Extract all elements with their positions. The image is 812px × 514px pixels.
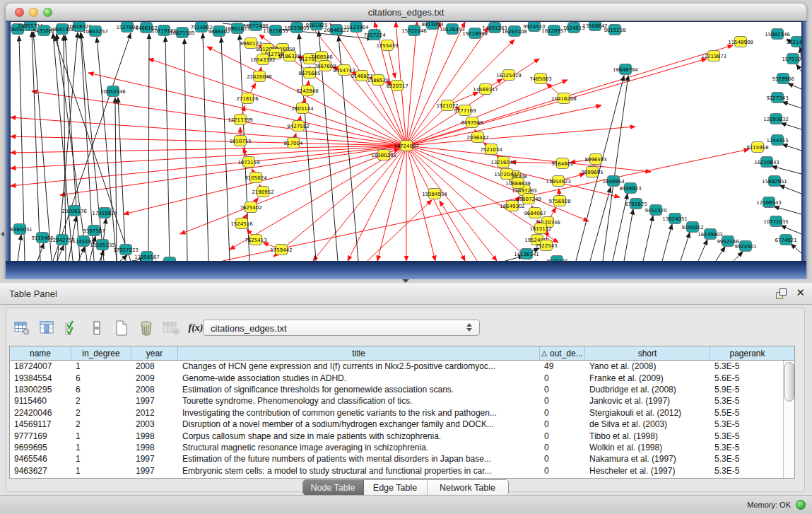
network-node[interactable]: 18549302 xyxy=(500,201,525,211)
network-edge[interactable] xyxy=(118,98,126,261)
network-edge[interactable] xyxy=(120,255,127,261)
table-row[interactable]: 2242004622012Investigating the contribut… xyxy=(10,407,783,419)
network-node[interactable]: 6497568 xyxy=(461,117,483,128)
network-node[interactable]: 1244415 xyxy=(766,135,788,146)
network-node[interactable]: 22420046 xyxy=(247,71,272,82)
network-edge[interactable] xyxy=(223,149,749,261)
network-edge[interactable] xyxy=(796,64,801,71)
network-node[interactable]: 1733426 xyxy=(546,256,568,262)
network-node[interactable]: 1759442 xyxy=(270,245,292,255)
table-row[interactable]: 911546021997Tourette syndrome. Phenomeno… xyxy=(10,395,783,407)
network-node[interactable]: 12093832 xyxy=(763,114,789,124)
table-row[interactable]: 1830029562008Estimation of significance … xyxy=(10,384,783,395)
network-edge[interactable] xyxy=(406,146,465,261)
network-node[interactable]: 1840954 xyxy=(602,176,625,187)
network-edge[interactable] xyxy=(148,34,149,261)
network-node[interactable]: 9621480 xyxy=(786,37,801,47)
network-edge[interactable] xyxy=(681,233,690,261)
network-node[interactable]: 6774921 xyxy=(775,235,796,245)
network-node[interactable]: 8220317 xyxy=(386,81,408,91)
network-node[interactable]: 13958167 xyxy=(134,252,160,262)
network-node[interactable]: 26585051 xyxy=(11,224,33,235)
delete-column-icon[interactable] xyxy=(136,319,157,337)
network-table-select[interactable]: citations_edges.txt xyxy=(203,320,480,336)
network-node[interactable]: 2803144 xyxy=(291,103,314,114)
network-edge[interactable] xyxy=(716,247,725,261)
tab-network-table[interactable]: Network Table xyxy=(428,480,508,495)
network-edge[interactable] xyxy=(406,127,635,146)
network-node[interactable]: 8938923 xyxy=(619,183,641,194)
column-header-pagerank[interactable]: pagerank xyxy=(710,346,784,360)
network-node[interactable]: 9227343 xyxy=(766,93,788,103)
network-edge[interactable] xyxy=(53,33,73,261)
network-node[interactable]: 9451320 xyxy=(645,205,666,216)
network-edge[interactable] xyxy=(406,146,435,261)
table-row[interactable]: 946554611997Estimation of the future num… xyxy=(10,453,783,465)
network-edge[interactable] xyxy=(782,102,801,108)
tab-edge-table[interactable]: Edge Table xyxy=(364,480,428,495)
table-row[interactable]: 1872400712008Changes of HCN gene express… xyxy=(10,361,783,372)
network-node[interactable]: 9756928 xyxy=(548,196,570,206)
network-edge[interactable] xyxy=(273,146,406,257)
network-node[interactable]: 16325419 xyxy=(496,70,522,81)
network-node[interactable]: 9105824 xyxy=(245,173,267,183)
network-edge[interactable] xyxy=(791,244,801,253)
network-edge[interactable] xyxy=(774,206,801,214)
column-header-title[interactable]: title xyxy=(178,346,540,360)
network-node[interactable]: 16782759 xyxy=(157,257,182,262)
network-edge[interactable] xyxy=(624,209,633,261)
column-header-out_degree[interactable]: △out_de... xyxy=(540,346,585,360)
network-node[interactable]: 9245012 xyxy=(681,222,703,233)
network-window-titlebar[interactable]: citations_edges.txt xyxy=(6,4,806,21)
network-edge[interactable] xyxy=(781,123,801,129)
network-edge[interactable] xyxy=(18,235,21,261)
network-node[interactable]: 12106543 xyxy=(756,197,782,208)
column-header-short[interactable]: short xyxy=(585,346,710,360)
network-graph[interactable]: 2065505240557149435082306914062061832810… xyxy=(11,22,801,261)
network-node[interactable]: 15082346 xyxy=(765,29,790,40)
table-row[interactable]: 1456911722003Disruption of a novel membe… xyxy=(10,419,783,430)
network-node[interactable]: 17957223 xyxy=(113,245,139,255)
network-edge[interactable] xyxy=(406,105,601,146)
network-node[interactable]: 7521034 xyxy=(480,144,502,155)
network-node[interactable]: 1575104 xyxy=(782,54,801,64)
table-row[interactable]: 969969511998Structural magnetic resonanc… xyxy=(10,442,783,453)
column-header-in_degree[interactable]: in_degree xyxy=(71,346,131,360)
network-edge[interactable] xyxy=(782,144,801,151)
collapse-west-panel-icon[interactable] xyxy=(1,231,4,237)
network-node[interactable]: 9329966 xyxy=(772,74,794,84)
column-header-name[interactable]: name xyxy=(10,346,71,360)
network-node[interactable]: 9684067 xyxy=(524,208,546,218)
network-node[interactable]: 12213399 xyxy=(228,115,253,125)
close-panel-icon[interactable]: ✕ xyxy=(796,286,805,299)
network-node[interactable]: 16210643 xyxy=(754,157,779,168)
network-node[interactable]: 8215958 xyxy=(746,142,768,153)
network-view-canvas[interactable]: 2065505240557149435082306914062061832810… xyxy=(11,22,801,261)
network-node[interactable]: 1524516 xyxy=(230,218,253,229)
network-node[interactable]: 20053346 xyxy=(100,86,126,97)
memory-status-icon[interactable] xyxy=(796,500,806,510)
network-edge[interactable] xyxy=(203,33,208,261)
network-edge[interactable] xyxy=(440,201,477,261)
network-edge[interactable] xyxy=(406,146,651,172)
network-edge[interactable] xyxy=(772,166,801,174)
network-edge[interactable] xyxy=(165,37,170,261)
new-column-icon[interactable] xyxy=(111,319,132,337)
network-edge[interactable] xyxy=(603,76,628,261)
network-node[interactable]: 817004 xyxy=(284,138,303,148)
network-edge[interactable] xyxy=(367,200,432,261)
column-visibility-icon[interactable] xyxy=(37,319,58,337)
network-node[interactable]: 13216045 xyxy=(490,157,516,168)
table-row[interactable]: 977716911998Corpus callosum shape and si… xyxy=(10,430,783,441)
network-window[interactable]: citations_edges.txt 20655052405571494350… xyxy=(6,4,806,279)
network-edge[interactable] xyxy=(406,146,497,261)
select-columns-icon[interactable] xyxy=(61,319,83,337)
network-edge[interactable] xyxy=(313,146,406,261)
float-panel-icon[interactable] xyxy=(776,288,787,299)
network-node[interactable]: 6791925 xyxy=(625,199,647,209)
network-node[interactable]: 12219873 xyxy=(701,51,726,62)
table-row[interactable]: 946362711997Embryonic stem cells: a mode… xyxy=(10,465,783,477)
scrollbar-thumb[interactable] xyxy=(784,362,794,402)
network-edge[interactable] xyxy=(662,224,672,261)
network-node[interactable]: 9397587 xyxy=(83,226,105,236)
